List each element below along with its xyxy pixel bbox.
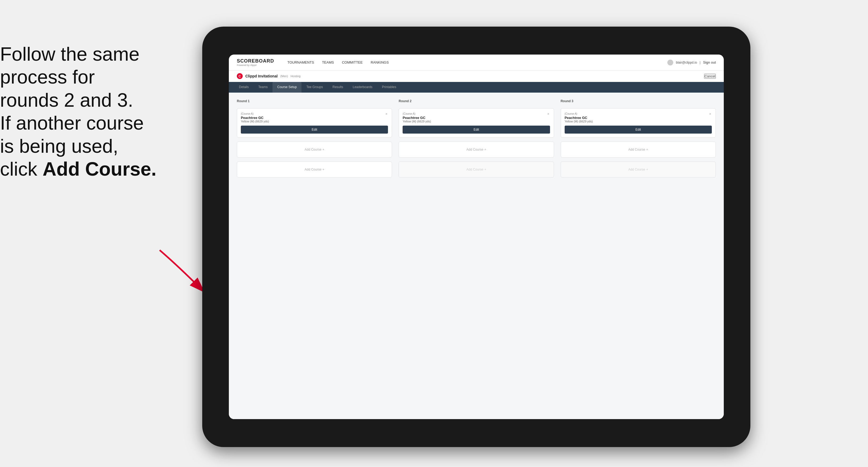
round-3-add-course-text-1: Add Course+ <box>628 148 648 151</box>
round-3-course-label: (Course A) <box>565 112 712 115</box>
nav-right: blair@clippd.io | Sign out <box>668 60 716 65</box>
round-1-course-label: (Course A) <box>241 112 388 115</box>
round-2-add-course-1[interactable]: Add Course+ <box>399 142 554 158</box>
tournament-name-area: C Clippd Invitational (Men) Hosting <box>237 73 301 79</box>
user-avatar <box>668 60 673 65</box>
nav-links: TOURNAMENTS TEAMS COMMITTEE RANKINGS <box>287 60 657 64</box>
c-logo-icon: C <box>237 73 243 79</box>
tab-printables[interactable]: Printables <box>377 82 401 93</box>
round-2-course-name: Peachtree GC <box>403 116 550 120</box>
round-2-add-course-2: Add Course+ <box>399 161 554 178</box>
rounds-grid: Round 1 × (Course A) Peachtree GC Yellow… <box>237 99 716 178</box>
round-2-add-course-text-2: Add Course+ <box>466 168 486 172</box>
tab-leaderboards[interactable]: Leaderboards <box>348 82 377 93</box>
tab-bar: Details Teams Course Setup Tee Groups Re… <box>229 82 724 93</box>
instruction-text: Follow the same process for rounds 2 and… <box>0 42 165 180</box>
tab-teams[interactable]: Teams <box>254 82 273 93</box>
tablet-screen: SCOREBOARD Powered by clippd TOURNAMENTS… <box>229 55 724 419</box>
nav-rankings[interactable]: RANKINGS <box>371 60 389 64</box>
round-3-add-course-2: Add Course+ <box>561 161 716 178</box>
sign-out-link[interactable]: Sign out <box>703 60 716 64</box>
hosting-badge: Hosting <box>290 74 301 78</box>
round-2-course-card: × (Course A) Peachtree GC Yellow (M) (66… <box>399 108 554 137</box>
tab-details[interactable]: Details <box>234 82 254 93</box>
cancel-button[interactable]: Cancel <box>704 74 716 79</box>
gender-badge: (Men) <box>280 74 288 78</box>
sub-header: C Clippd Invitational (Men) Hosting Canc… <box>229 70 724 82</box>
round-2-delete-icon[interactable]: × <box>546 111 551 117</box>
round-3-delete-icon[interactable]: × <box>708 111 713 117</box>
round-2-add-course-text-1: Add Course+ <box>466 148 486 151</box>
round-3-course-details: Yellow (M) (6629 yds) <box>565 120 712 123</box>
round-1-course-name: Peachtree GC <box>241 116 388 120</box>
nav-committee[interactable]: COMMITTEE <box>342 60 363 64</box>
logo-scoreboard: SCOREBOARD <box>237 58 274 64</box>
round-3-course-name: Peachtree GC <box>565 116 712 120</box>
round-1-add-course-1[interactable]: Add Course+ <box>237 142 392 158</box>
round-3-course-card: × (Course A) Peachtree GC Yellow (M) (66… <box>561 108 716 137</box>
round-2-course-details: Yellow (M) (6629 yds) <box>403 120 550 123</box>
round-2-label: Round 2 <box>399 99 554 103</box>
top-navigation: SCOREBOARD Powered by clippd TOURNAMENTS… <box>229 55 724 70</box>
tournament-title: Clippd Invitational <box>245 74 278 78</box>
nav-teams[interactable]: TEAMS <box>322 60 334 64</box>
round-1-edit-button[interactable]: Edit <box>241 126 388 133</box>
round-1-column: Round 1 × (Course A) Peachtree GC Yellow… <box>237 99 392 178</box>
round-3-edit-button[interactable]: Edit <box>565 126 712 133</box>
tab-course-setup[interactable]: Course Setup <box>273 82 302 93</box>
round-2-course-label: (Course A) <box>403 112 550 115</box>
tab-tee-groups[interactable]: Tee Groups <box>302 82 328 93</box>
nav-tournaments[interactable]: TOURNAMENTS <box>287 60 314 64</box>
round-1-course-details: Yellow (M) (6629 yds) <box>241 120 388 123</box>
round-2-column: Round 2 × (Course A) Peachtree GC Yellow… <box>399 99 554 178</box>
logo-area: SCOREBOARD Powered by clippd <box>237 58 274 66</box>
round-1-add-course-text-1: Add Course+ <box>304 148 324 151</box>
round-2-edit-button[interactable]: Edit <box>403 126 550 133</box>
separator: | <box>700 61 700 64</box>
round-1-add-course-text-2: Add Course+ <box>304 168 324 172</box>
user-email: blair@clippd.io <box>676 61 697 64</box>
round-1-label: Round 1 <box>237 99 392 103</box>
round-3-add-course-text-2: Add Course+ <box>628 168 648 172</box>
content-area: Round 1 × (Course A) Peachtree GC Yellow… <box>229 93 724 419</box>
tab-results[interactable]: Results <box>328 82 348 93</box>
round-3-add-course-1[interactable]: Add Course+ <box>561 142 716 158</box>
round-1-delete-icon[interactable]: × <box>384 111 389 117</box>
round-1-course-card: × (Course A) Peachtree GC Yellow (M) (66… <box>237 108 392 137</box>
round-3-column: Round 3 × (Course A) Peachtree GC Yellow… <box>561 99 716 178</box>
tablet-device: SCOREBOARD Powered by clippd TOURNAMENTS… <box>202 27 750 447</box>
round-3-label: Round 3 <box>561 99 716 103</box>
logo-powered: Powered by clippd <box>237 64 274 66</box>
round-1-add-course-2[interactable]: Add Course+ <box>237 161 392 178</box>
